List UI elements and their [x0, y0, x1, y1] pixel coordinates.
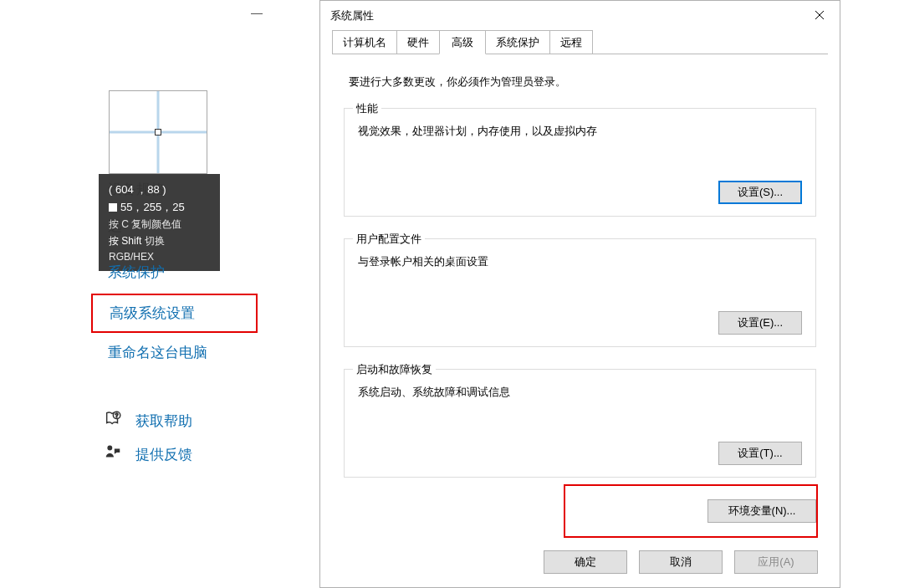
link-rename-pc[interactable]: 重命名这台电脑: [108, 343, 207, 362]
group-user-profiles-label: 用户配置文件: [353, 232, 425, 247]
performance-settings-button[interactable]: 设置(S)...: [718, 181, 802, 204]
dialog-body: 要进行大多数更改，你必须作为管理员登录。 性能 视觉效果，处理器计划，内存使用，…: [320, 54, 840, 542]
cancel-button[interactable]: 取消: [639, 550, 723, 574]
color-picker-tooltip: ( 604 ，88 ) 55，255，25 按 C 复制颜色值 按 Shift …: [99, 174, 220, 271]
apply-button[interactable]: 应用(A): [734, 550, 818, 574]
dialog-footer: 确定 取消 应用(A): [320, 542, 840, 587]
link-get-help[interactable]: ? 获取帮助: [104, 410, 192, 432]
tooltip-coordinates: ( 604 ，88 ): [109, 181, 212, 198]
tab-strip: 计算机名 硬件 高级 系统保护 远程: [320, 31, 840, 54]
tab-computer-name[interactable]: 计算机名: [332, 30, 397, 54]
link-feedback[interactable]: 提供反馈: [104, 443, 192, 466]
feedback-label: 提供反馈: [135, 445, 192, 464]
admin-note: 要进行大多数更改，你必须作为管理员登录。: [349, 74, 816, 89]
group-startup-label: 启动和故障恢复: [353, 362, 436, 377]
tooltip-hint-shift: 按 Shift 切换 RGB/HEX: [109, 233, 212, 267]
link-system-protection[interactable]: 系统保护: [108, 263, 165, 282]
group-startup-desc: 系统启动、系统故障和调试信息: [358, 385, 802, 400]
dialog-titlebar: 系统属性: [320, 1, 840, 31]
color-swatch: [109, 203, 117, 212]
close-button[interactable]: [801, 3, 838, 28]
crosshair-center: [155, 129, 161, 135]
svg-text:?: ?: [115, 412, 119, 418]
tab-remote[interactable]: 远程: [549, 30, 593, 54]
help-icon: ?: [104, 410, 122, 432]
svg-point-2: [107, 446, 112, 451]
help-label: 获取帮助: [135, 412, 192, 431]
group-startup-recovery: 启动和故障恢复 系统启动、系统故障和调试信息 设置(T)...: [344, 369, 816, 478]
group-performance-label: 性能: [353, 101, 381, 116]
system-properties-dialog: 系统属性 计算机名 硬件 高级 系统保护 远程 要进行大多数更改，你必须作为管理…: [319, 0, 840, 588]
dialog-title: 系统属性: [330, 8, 374, 23]
color-picker-preview: [109, 90, 207, 174]
group-user-profiles: 用户配置文件 与登录帐户相关的桌面设置 设置(E)...: [344, 238, 816, 347]
group-user-profiles-desc: 与登录帐户相关的桌面设置: [358, 254, 802, 269]
user-profiles-settings-button[interactable]: 设置(E)...: [718, 311, 802, 335]
close-icon: [815, 10, 825, 23]
group-performance: 性能 视觉效果，处理器计划，内存使用，以及虚拟内存 设置(S)...: [344, 108, 816, 217]
tooltip-rgb-value: 55，255，25: [109, 198, 212, 216]
link-advanced-system-settings[interactable]: 高级系统设置: [91, 294, 258, 333]
tab-hardware[interactable]: 硬件: [396, 30, 440, 54]
minimize-mark: [251, 13, 263, 14]
ok-button[interactable]: 确定: [544, 550, 627, 574]
feedback-icon: [104, 443, 122, 466]
group-performance-desc: 视觉效果，处理器计划，内存使用，以及虚拟内存: [358, 124, 802, 139]
tab-advanced[interactable]: 高级: [439, 30, 486, 54]
startup-settings-button[interactable]: 设置(T)...: [718, 442, 802, 465]
tooltip-hint-copy: 按 C 复制颜色值: [109, 217, 212, 233]
settings-left-panel: 设备规格 远 ( 604 ，88 ) 55，255，25 按 C 复制颜色值 按…: [0, 0, 284, 588]
tab-system-protection[interactable]: 系统保护: [485, 30, 550, 54]
tooltip-rgb-text: 55，255，25: [120, 201, 185, 213]
env-highlight-box: [564, 484, 818, 538]
